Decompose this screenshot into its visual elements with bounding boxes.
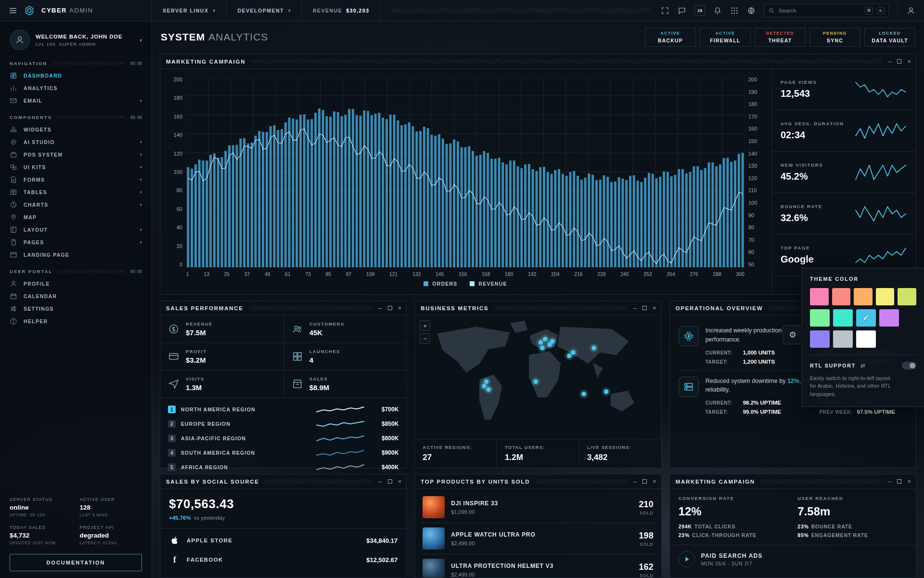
notifications-bell-icon[interactable] xyxy=(713,6,722,15)
sidebar-item-email[interactable]: EMAIL▾ xyxy=(10,94,142,107)
maximize-icon[interactable] xyxy=(388,479,392,484)
sidebar-item-pages[interactable]: PAGES▾ xyxy=(10,236,142,249)
badge-threat[interactable]: DETECTEDTHREAT xyxy=(755,28,806,47)
theme-swatch-ffffff[interactable] xyxy=(856,330,876,348)
page-header: SYSTEM ANALYTICS ACTIVEBACKUPACTIVEFIREW… xyxy=(160,26,916,48)
close-icon[interactable]: × xyxy=(653,305,656,311)
divider xyxy=(160,528,406,529)
badge-sync[interactable]: PENDINGSYNC xyxy=(809,28,860,47)
maximize-icon[interactable] xyxy=(897,59,901,64)
user-icon xyxy=(907,6,915,15)
sidebar-item-ai-studio[interactable]: AI STUDIO▾ xyxy=(10,136,142,148)
badge-data-vault[interactable]: LOCKEDDATA VAULT xyxy=(864,28,915,47)
minimize-icon[interactable]: – xyxy=(888,478,891,485)
theme-swatch-f884b5[interactable] xyxy=(810,288,829,305)
rtl-toggle[interactable] xyxy=(902,362,916,369)
social-row-apple-store[interactable]: APPLE STORE$34,840.17 xyxy=(169,531,398,550)
sidebar-item-layout[interactable]: LAYOUT▾ xyxy=(10,223,142,236)
environment-menu[interactable]: DEVELOPMENT▾ xyxy=(227,0,302,21)
close-icon[interactable]: × xyxy=(907,478,911,485)
sidebar-item-tables[interactable]: TABLES▾ xyxy=(10,186,142,198)
user-menu[interactable] xyxy=(898,0,924,21)
theme-swatch-3ee8cd[interactable] xyxy=(833,309,853,327)
maximize-icon[interactable] xyxy=(642,306,647,310)
maximize-icon[interactable] xyxy=(642,479,647,484)
product-row-ultra-protection-helmet-v3[interactable]: ULTRA PROTECTION HELMET V3$2,499.00162SO… xyxy=(422,554,654,578)
badge-firewall[interactable]: ACTIVEFIREWALL xyxy=(700,28,751,47)
panel-title: BUSINESS METRICS xyxy=(421,305,488,311)
region-row-asia-pacific-region[interactable]: 3ASIA-PACIFIC REGION$600K xyxy=(168,431,398,446)
documentation-button[interactable]: DOCUMENTATION xyxy=(10,554,142,571)
theme-swatch-cb83f2[interactable] xyxy=(879,309,899,327)
chevron-down-icon: ▾ xyxy=(213,8,216,13)
theme-swatch-fa8b80[interactable] xyxy=(832,288,851,305)
sidebar-item-landing-page[interactable]: LANDING PAGE xyxy=(10,249,142,261)
product-row-dji-inspire-33[interactable]: DJI INSPIRE 33$1,099.00210SOLD xyxy=(422,492,654,523)
minimize-icon[interactable]: – xyxy=(633,305,637,311)
sidebar-item-forms[interactable]: FORMS▾ xyxy=(10,173,142,186)
sales-performance-panel: SALES PERFORMANCE – × REVENUE$7.5MCUSTOM… xyxy=(160,301,407,468)
theme-settings-gear-icon[interactable]: ⚙ xyxy=(783,325,802,344)
close-icon[interactable]: × xyxy=(398,305,402,311)
app-grid-icon[interactable] xyxy=(730,6,739,15)
user-welcome[interactable]: WELCOME BACK, JOHN DOE LVL 100. SUPER AD… xyxy=(10,28,142,53)
theme-swatch-8f82f4[interactable] xyxy=(810,330,830,348)
social-row-facebook[interactable]: fFACEBOOK$12,502.67 xyxy=(169,550,398,569)
calendar-date-icon[interactable]: 19 xyxy=(694,5,705,16)
sidebar-item-map[interactable]: MAP xyxy=(10,211,142,223)
legend-revenue: REVENUE xyxy=(470,281,507,287)
search-input[interactable] xyxy=(779,8,861,13)
sidebar-stats: SERVER STATUSonlineUPTIME: 3D 12HACTIVE … xyxy=(10,490,142,545)
fullscreen-icon[interactable] xyxy=(661,6,669,15)
theme-swatch-cfe266[interactable] xyxy=(898,288,916,305)
sidebar-item-ui-kits[interactable]: UI KITS▾ xyxy=(10,161,142,173)
sidebar-item-calendar[interactable]: CALENDAR xyxy=(10,290,142,302)
sidebar-item-settings[interactable]: SETTINGS xyxy=(10,302,142,315)
globe-icon[interactable] xyxy=(747,6,756,15)
region-row-africa-region[interactable]: 5AFRICA REGION$400K xyxy=(168,460,398,474)
facebook-icon: f xyxy=(169,555,180,565)
theme-swatch-7df09d[interactable] xyxy=(810,309,830,327)
ai-studio-icon xyxy=(10,138,17,146)
minimize-icon[interactable]: – xyxy=(379,305,382,311)
sidebar-item-widgets[interactable]: WIDGETS xyxy=(10,123,142,136)
chevron-down-icon: ▾ xyxy=(140,190,142,195)
server-menu[interactable]: SERVER LINUX▾ xyxy=(152,0,227,21)
rank-badge: 4 xyxy=(168,449,176,457)
maximize-icon[interactable] xyxy=(388,306,392,310)
chart-plot[interactable] xyxy=(186,77,744,267)
theme-swatch-f5ee7d[interactable] xyxy=(876,288,895,305)
region-row-north-america-region[interactable]: 1NORTH AMERICA REGION$700K xyxy=(168,402,398,417)
theme-swatch-45c4ea[interactable]: ✓ xyxy=(856,309,876,327)
theme-swatch-ffaf63[interactable] xyxy=(854,288,873,305)
world-map[interactable]: + − xyxy=(415,315,661,439)
badge-backup[interactable]: ACTIVEBACKUP xyxy=(645,28,696,47)
sidebar-item-dashboard[interactable]: DASHBOARD xyxy=(10,69,142,82)
product-row-apple-watch-ultra-pro[interactable]: APPLE WATCH ULTRA PRO$2,499.00198SOLD xyxy=(422,523,654,554)
close-icon[interactable]: × xyxy=(653,478,656,485)
section-label: USER PORTAL xyxy=(10,269,52,274)
map-zoom-out-button[interactable]: − xyxy=(420,333,430,344)
region-row-europe-region[interactable]: 2EUROPE REGION$850K xyxy=(168,417,398,431)
sidebar-item-profile[interactable]: PROFILE xyxy=(10,277,142,290)
social-rows: APPLE STORE$34,840.17fFACEBOOK$12,502.67 xyxy=(169,531,398,569)
sidebar-item-pos-system[interactable]: POS SYSTEM▾ xyxy=(10,148,142,161)
sidebar-item-analytics[interactable]: ANALYTICS xyxy=(10,82,142,94)
minimize-icon[interactable]: – xyxy=(633,478,637,485)
close-icon[interactable]: × xyxy=(398,478,402,485)
theme-swatch-b9c3ca[interactable] xyxy=(833,330,853,348)
email-icon xyxy=(10,97,17,105)
x-axis: 1132537496173859710912113314515616818019… xyxy=(186,267,744,277)
chat-icon[interactable] xyxy=(678,6,686,15)
maximize-icon[interactable] xyxy=(897,479,901,484)
sidebar-item-helper[interactable]: HELPER xyxy=(10,315,142,328)
minimize-icon[interactable]: – xyxy=(888,58,891,65)
close-icon[interactable]: × xyxy=(907,58,911,65)
region-row-south-america-region[interactable]: 4SOUTH AMERICA REGION$900K xyxy=(168,446,398,460)
hamburger-menu-icon[interactable] xyxy=(9,6,17,15)
sidebar-item-charts[interactable]: CHARTS▾ xyxy=(10,198,142,211)
map-zoom-in-button[interactable]: + xyxy=(420,320,430,331)
widgets-icon xyxy=(10,126,17,133)
minimize-icon[interactable]: – xyxy=(379,478,382,485)
product-image xyxy=(423,527,445,550)
